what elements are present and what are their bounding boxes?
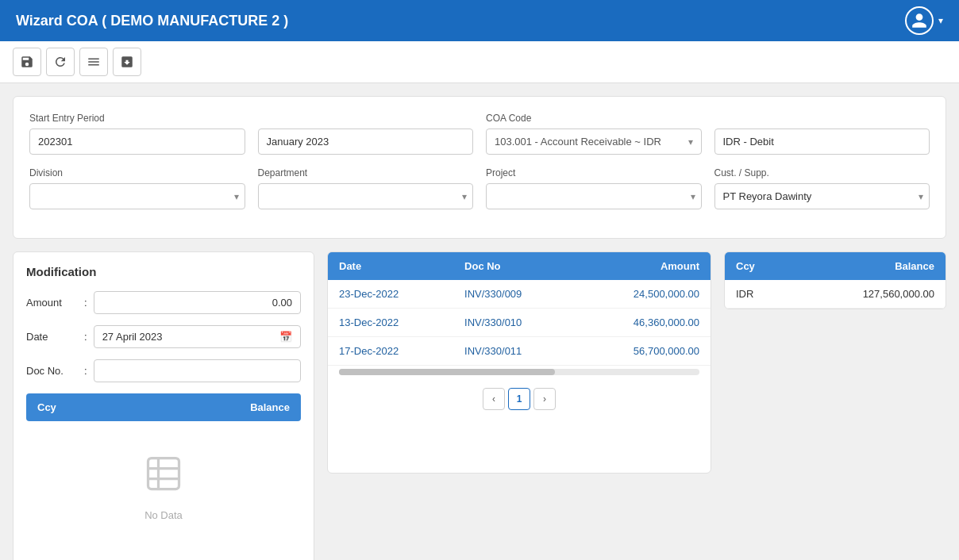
modification-title: Modification xyxy=(26,265,301,278)
prev-page-button[interactable]: ‹ xyxy=(483,388,505,410)
app-header: Wizard COA ( DEMO MANUFACTURE 2 ) ▾ xyxy=(0,0,959,41)
pagination: ‹ 1 › xyxy=(328,378,711,420)
docno-row: Doc No. : xyxy=(26,359,301,382)
bottom-section: Modification Amount : Date : 27 April 20… xyxy=(13,251,946,560)
date-label: Date xyxy=(26,331,78,343)
project-label: Project xyxy=(486,167,702,178)
cell-amount: 56,700,000.00 xyxy=(576,337,711,366)
col-docno: Doc No xyxy=(453,252,576,280)
department-label: Department xyxy=(258,167,474,178)
balance-balance-header: Balance xyxy=(895,260,934,272)
coa-type-input[interactable] xyxy=(714,128,930,155)
coa-code-label: COA Code xyxy=(486,113,702,124)
table-scrollbar[interactable] xyxy=(339,369,699,375)
app-title: Wizard COA ( DEMO MANUFACTURE 2 ) xyxy=(16,13,288,29)
no-data-text: No Data xyxy=(144,509,183,521)
no-data-icon xyxy=(143,453,184,503)
project-group: Project ▾ xyxy=(486,167,702,209)
mod-ccy-balance-header: Ccy Balance xyxy=(26,393,301,421)
table-scrollbar-thumb xyxy=(339,369,555,375)
cell-docno: INV/330/010 xyxy=(453,309,576,337)
division-label: Division xyxy=(29,167,245,178)
coa-code-input[interactable] xyxy=(487,129,680,154)
page-1-button[interactable]: 1 xyxy=(508,388,530,410)
balance-panel: Ccy Balance IDR 127,560,000.00 xyxy=(724,251,946,309)
cust-supp-select[interactable]: PT Reyora Dawinty xyxy=(714,183,930,209)
division-select-wrapper: ▾ xyxy=(29,183,245,209)
date-colon: : xyxy=(84,331,87,343)
svg-rect-0 xyxy=(148,458,179,489)
save-button[interactable] xyxy=(13,48,41,76)
amount-input[interactable] xyxy=(94,291,301,314)
month-input[interactable] xyxy=(258,128,474,155)
amount-colon: : xyxy=(84,297,87,309)
table-row[interactable]: 13-Dec-2022 INV/330/010 46,360,000.00 xyxy=(328,309,711,337)
department-select[interactable] xyxy=(258,183,474,209)
start-entry-period-label: Start Entry Period xyxy=(29,113,245,124)
modification-panel: Modification Amount : Date : 27 April 20… xyxy=(13,251,314,560)
transaction-table-panel: Date Doc No Amount 23-Dec-2022 INV/330/0… xyxy=(327,251,711,474)
cell-amount: 24,500,000.00 xyxy=(576,280,711,309)
export-button[interactable] xyxy=(113,48,141,76)
amount-label: Amount xyxy=(26,297,78,309)
refresh-button[interactable] xyxy=(46,48,75,76)
date-row: Date : 27 April 2023 📅 xyxy=(26,325,301,348)
transaction-table: Date Doc No Amount 23-Dec-2022 INV/330/0… xyxy=(328,252,711,366)
next-page-button[interactable]: › xyxy=(533,388,556,410)
department-group: Department ▾ xyxy=(258,167,474,209)
coa-dropdown-arrow[interactable]: ▾ xyxy=(680,130,701,154)
avatar xyxy=(905,6,934,35)
cust-supp-label: Cust. / Supp. xyxy=(714,167,930,178)
project-select[interactable] xyxy=(486,183,702,209)
no-data-area: No Data xyxy=(26,421,301,553)
cell-date: 13-Dec-2022 xyxy=(328,309,453,337)
docno-input[interactable] xyxy=(94,359,301,382)
main-content: Start Entry Period Month COA Code ▾ Type xyxy=(0,83,959,560)
project-select-wrapper: ▾ xyxy=(486,183,702,209)
start-entry-period-input[interactable] xyxy=(29,128,245,155)
table-row[interactable]: 23-Dec-2022 INV/330/009 24,500,000.00 xyxy=(328,280,711,309)
month-group: Month xyxy=(258,113,474,155)
cell-date: 23-Dec-2022 xyxy=(328,280,453,309)
col-amount: Amount xyxy=(576,252,711,280)
date-value: 27 April 2023 xyxy=(102,331,163,343)
balance-ccy-value: IDR xyxy=(736,288,753,300)
department-select-wrapper: ▾ xyxy=(258,183,474,209)
balance-ccy-header: Ccy xyxy=(736,260,755,272)
user-menu[interactable]: ▾ xyxy=(905,6,943,35)
balance-row: IDR 127,560,000.00 xyxy=(725,280,946,309)
amount-row: Amount : xyxy=(26,291,301,314)
toolbar xyxy=(0,41,959,83)
date-input[interactable]: 27 April 2023 📅 xyxy=(94,325,301,348)
start-entry-period-group: Start Entry Period xyxy=(29,113,245,155)
cust-supp-group: Cust. / Supp. PT Reyora Dawinty ▾ xyxy=(714,167,930,209)
docno-colon: : xyxy=(84,365,87,377)
table-header-row: Date Doc No Amount xyxy=(328,252,711,280)
coa-code-wrapper: ▾ xyxy=(486,128,702,155)
cell-docno: INV/330/009 xyxy=(453,280,576,309)
cell-amount: 46,360,000.00 xyxy=(576,309,711,337)
cell-docno: INV/330/011 xyxy=(453,337,576,366)
col-date: Date xyxy=(328,252,453,280)
cell-date: 17-Dec-2022 xyxy=(328,337,453,366)
division-group: Division ▾ xyxy=(29,167,245,209)
coa-type-group: Type xyxy=(714,113,930,155)
division-select[interactable] xyxy=(29,183,245,209)
mod-balance-header: Balance xyxy=(250,401,290,413)
chevron-down-icon: ▾ xyxy=(938,15,943,26)
table-row[interactable]: 17-Dec-2022 INV/330/011 56,700,000.00 xyxy=(328,337,711,366)
balance-header: Ccy Balance xyxy=(725,252,946,280)
calendar-icon[interactable]: 📅 xyxy=(279,331,292,343)
cust-supp-select-wrapper: PT Reyora Dawinty ▾ xyxy=(714,183,930,209)
docno-label: Doc No. xyxy=(26,365,78,377)
balance-amount-value: 127,560,000.00 xyxy=(863,288,934,300)
list-button[interactable] xyxy=(79,48,108,76)
mod-ccy-header: Ccy xyxy=(37,401,56,413)
coa-code-group: COA Code ▾ xyxy=(486,113,702,155)
form-card: Start Entry Period Month COA Code ▾ Type xyxy=(13,96,946,239)
